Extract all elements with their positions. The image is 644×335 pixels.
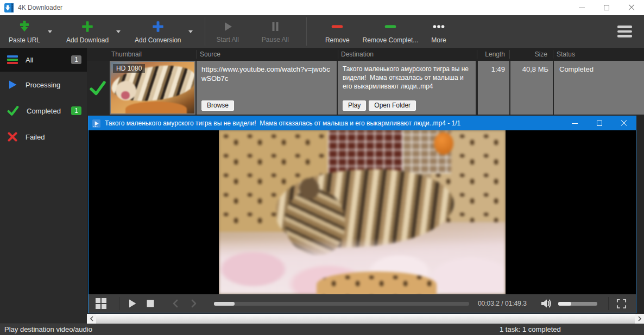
pause-all-label: Pause All — [262, 36, 289, 43]
remove-completed-button[interactable]: Remove Complet... — [356, 15, 425, 48]
paste-url-dropdown-icon[interactable] — [48, 30, 52, 33]
start-all-label: Start All — [216, 36, 238, 43]
sidebar-item-completed[interactable]: Completed 1 — [0, 98, 87, 124]
completed-icon — [7, 105, 19, 117]
next-icon — [190, 299, 198, 308]
scroll-left-button[interactable] — [87, 314, 96, 324]
sidebar-item-label: All — [26, 56, 33, 64]
next-button[interactable] — [185, 295, 203, 312]
maximize-icon — [597, 121, 602, 126]
column-header-length[interactable]: Length — [477, 48, 505, 61]
time-display: 00:03.2 / 01:49.3 — [478, 300, 527, 307]
status-hint: Play destination video/audio — [4, 324, 92, 335]
column-header-status[interactable]: Status — [557, 48, 575, 61]
player-maximize-button[interactable] — [587, 116, 611, 130]
sidebar-item-label: Failed — [26, 133, 45, 141]
sidebar-item-failed[interactable]: Failed — [0, 124, 87, 150]
hamburger-icon — [617, 26, 632, 28]
player-minimize-button[interactable] — [563, 116, 587, 130]
video-content-art — [219, 130, 506, 294]
video-thumbnail[interactable]: HD 1080 — [111, 62, 194, 113]
toolbar-separator — [306, 17, 307, 46]
main-titlebar[interactable]: 4K Downloader — [0, 0, 644, 15]
sidebar: All 1 Processing Completed 1 Failed — [0, 48, 87, 324]
add-conversion-dropdown-icon[interactable] — [188, 30, 193, 33]
remove-completed-icon — [383, 20, 397, 34]
player-stop-button[interactable] — [141, 295, 160, 312]
window-title: 4K Downloader — [18, 4, 62, 11]
completed-count-badge: 1 — [71, 106, 81, 115]
previous-button[interactable] — [166, 295, 185, 312]
task-summary: 1 task: 1 completed — [500, 324, 561, 335]
player-app-icon — [92, 119, 100, 128]
destination-filename: Такого маленького амурского тигра вы не … — [338, 61, 476, 91]
player-play-button[interactable] — [123, 295, 141, 312]
play-button[interactable]: Play — [343, 100, 366, 111]
add-conversion-icon — [151, 20, 165, 34]
volume-button[interactable] — [539, 295, 554, 312]
stop-icon — [146, 299, 155, 308]
paste-url-button[interactable]: Paste URL — [2, 15, 47, 48]
pause-all-button[interactable]: Pause All — [255, 15, 295, 48]
row-status-check — [87, 61, 109, 115]
previous-icon — [171, 299, 180, 308]
video-stage[interactable] — [89, 130, 636, 294]
fullscreen-button[interactable] — [612, 295, 630, 312]
destination-cell: Такого маленького амурского тигра вы не … — [338, 61, 476, 115]
seek-bar[interactable] — [214, 302, 469, 306]
processing-icon — [7, 79, 18, 90]
app-window: 4K Downloader Paste URL Add Download — [0, 0, 644, 335]
scroll-right-button[interactable] — [635, 314, 644, 324]
table-header: Thumbnail Source Destination Length Size… — [87, 48, 644, 61]
remove-button[interactable]: Remove — [319, 15, 356, 48]
volume-slider[interactable] — [558, 302, 597, 306]
play-icon — [127, 298, 137, 309]
column-header-thumbnail[interactable]: Thumbnail — [111, 48, 142, 61]
open-folder-button[interactable]: Open Folder — [369, 100, 416, 111]
video-frame[interactable] — [219, 130, 506, 294]
add-conversion-label: Add Conversion — [135, 36, 181, 44]
add-download-button[interactable]: Add Download — [60, 15, 115, 48]
thumbnail-cell[interactable]: HD 1080 — [110, 61, 195, 115]
start-all-button[interactable]: Start All — [210, 15, 245, 48]
sidebar-item-label: Processing — [26, 81, 60, 89]
speaker-icon — [540, 297, 553, 310]
scrollbar-track[interactable] — [96, 314, 635, 324]
minimize-button[interactable] — [569, 0, 594, 15]
column-header-size[interactable]: Size — [516, 48, 547, 61]
status-value: Completed — [554, 61, 644, 73]
player-close-button[interactable] — [611, 116, 636, 130]
scroll-left-icon — [90, 316, 94, 321]
minimize-icon — [572, 123, 578, 124]
close-button[interactable] — [619, 0, 644, 15]
playlist-grid-button[interactable] — [94, 295, 116, 312]
sidebar-item-processing[interactable]: Processing — [0, 72, 87, 98]
menu-button[interactable] — [614, 22, 635, 41]
scroll-right-icon — [637, 316, 642, 321]
all-count-badge: 1 — [71, 55, 81, 64]
seek-progress — [214, 302, 235, 306]
horizontal-scrollbar[interactable] — [87, 314, 644, 324]
player-title: Такого маленького амурского тигра вы не … — [105, 119, 563, 127]
status-cell: Completed — [554, 61, 644, 115]
more-button[interactable]: More — [425, 15, 452, 48]
status-bar: Play destination video/audio 1 task: 1 c… — [0, 324, 644, 335]
maximize-button[interactable] — [594, 0, 619, 15]
browse-button[interactable]: Browse — [201, 100, 234, 111]
add-download-label: Add Download — [66, 36, 109, 44]
start-all-icon — [221, 20, 234, 33]
sidebar-item-all[interactable]: All 1 — [0, 48, 87, 72]
column-header-destination[interactable]: Destination — [341, 48, 374, 61]
player-window: Такого маленького амурского тигра вы не … — [88, 116, 636, 313]
all-filter-icon — [7, 54, 18, 66]
quality-badge: HD 1080 — [113, 64, 145, 73]
pause-all-icon — [269, 20, 282, 33]
more-icon — [432, 20, 446, 34]
remove-completed-label: Remove Complet... — [363, 36, 419, 44]
fullscreen-icon — [616, 299, 627, 309]
toolbar-separator — [205, 17, 205, 46]
add-download-dropdown-icon[interactable] — [116, 30, 121, 33]
add-conversion-button[interactable]: Add Conversion — [128, 15, 187, 48]
column-header-source[interactable]: Source — [200, 48, 220, 61]
player-titlebar[interactable]: Такого маленького амурского тигра вы не … — [89, 116, 636, 130]
